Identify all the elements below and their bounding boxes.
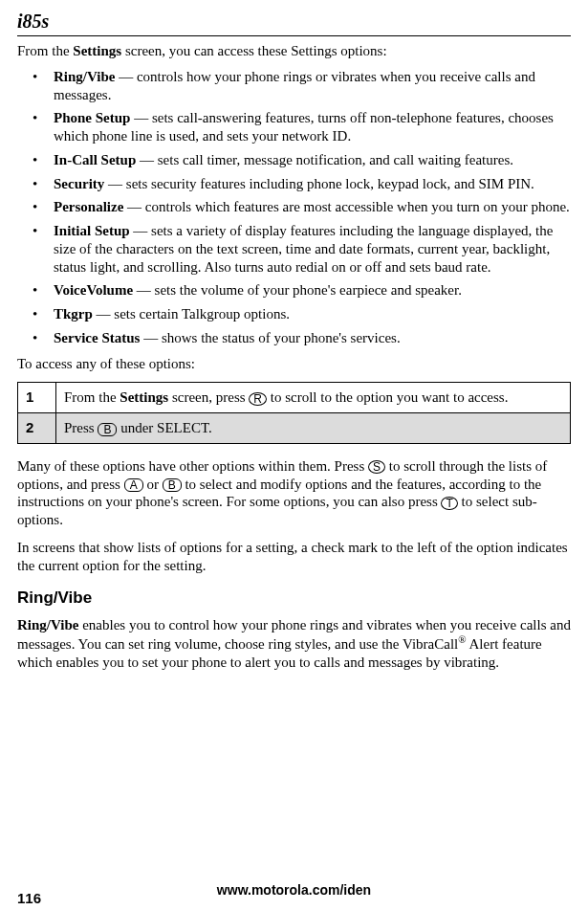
nav-key-icon: T <box>441 497 457 510</box>
option-term: Tkgrp <box>54 306 93 322</box>
option-term: Ring/Vibe <box>54 69 115 84</box>
access-line: To access any of these options: <box>17 355 571 373</box>
header-model: i85s <box>17 10 571 33</box>
step-number: 1 <box>18 383 56 413</box>
steps-table: 1 From the Settings screen, press R to s… <box>17 382 571 444</box>
header-rule <box>17 35 571 36</box>
option-desc: — sets certain Talkgroup options. <box>93 306 290 322</box>
option-desc: — shows the status of your phone's servi… <box>140 330 400 345</box>
after-para-2: In screens that show lists of options fo… <box>17 539 571 575</box>
option-term: Security <box>54 176 104 191</box>
option-desc: — sets the volume of your phone's earpie… <box>133 282 462 298</box>
option-term: VoiceVolume <box>54 282 133 298</box>
p1a: Many of these options have other options… <box>17 458 368 474</box>
p1c: or <box>143 477 163 492</box>
softkey-icon: A <box>124 478 143 492</box>
step2-suffix: under SELECT. <box>117 420 211 435</box>
intro-prefix: From the <box>17 43 73 58</box>
softkey-icon: B <box>163 478 182 492</box>
step2-prefix: Press <box>64 420 98 435</box>
bullet-icon: • <box>33 175 37 193</box>
option-term: Service Status <box>54 330 140 345</box>
intro-bold: Settings <box>73 43 121 58</box>
table-row: 1 From the Settings screen, press R to s… <box>18 383 571 413</box>
bullet-icon: • <box>33 68 37 86</box>
page-number: 116 <box>17 890 41 908</box>
footer-url: www.motorola.com/iden <box>0 882 588 899</box>
option-desc: — controls which features are most acces… <box>123 199 570 214</box>
section-paragraph: Ring/Vibe enables you to control how you… <box>17 616 571 672</box>
option-desc: — sets call timer, message notification,… <box>136 152 513 167</box>
list-item: •VoiceVolume — sets the volume of your p… <box>17 281 571 300</box>
after-para-1: Many of these options have other options… <box>17 457 571 529</box>
list-item: •Personalize — controls which features a… <box>17 198 571 216</box>
softkey-icon: B <box>98 423 117 436</box>
option-term: In-Call Setup <box>54 152 136 167</box>
step-number: 2 <box>18 413 56 444</box>
step1-suffix: to scroll to the option you want to acce… <box>267 389 508 405</box>
table-row: 2 Press B under SELECT. <box>18 413 571 444</box>
bullet-icon: • <box>33 151 37 169</box>
step-text: Press B under SELECT. <box>56 413 571 444</box>
intro-suffix: screen, you can access these Settings op… <box>121 43 386 58</box>
bullet-icon: • <box>33 222 37 240</box>
bullet-icon: • <box>33 281 37 300</box>
step1-mid: screen, press <box>168 389 249 405</box>
list-item: •Initial Setup — sets a variety of displ… <box>17 222 571 276</box>
bullet-icon: • <box>33 109 37 127</box>
intro-paragraph: From the Settings screen, you can access… <box>17 42 571 60</box>
options-list: •Ring/Vibe — controls how your phone rin… <box>17 68 571 347</box>
list-item: •Tkgrp — sets certain Talkgroup options. <box>17 305 571 323</box>
registered-mark-icon: ® <box>458 633 466 645</box>
bullet-icon: • <box>33 305 37 323</box>
step1-prefix: From the <box>64 389 120 405</box>
option-desc: — controls how your phone rings or vibra… <box>54 69 535 102</box>
option-term: Initial Setup <box>54 223 130 238</box>
option-term: Phone Setup <box>54 110 130 125</box>
nav-key-icon: S <box>368 460 385 474</box>
list-item: •Ring/Vibe — controls how your phone rin… <box>17 68 571 104</box>
option-desc: — sets security features including phone… <box>104 176 534 191</box>
bullet-icon: • <box>33 198 37 216</box>
list-item: •Service Status — shows the status of yo… <box>17 329 571 347</box>
list-item: •In-Call Setup — sets call timer, messag… <box>17 151 571 169</box>
nav-key-icon: R <box>249 392 267 406</box>
bullet-icon: • <box>33 329 37 347</box>
step1-bold: Settings <box>120 389 168 405</box>
option-term: Personalize <box>54 199 123 214</box>
list-item: •Security — sets security features inclu… <box>17 175 571 193</box>
list-item: •Phone Setup — sets call-answering featu… <box>17 109 571 145</box>
section-heading: Ring/Vibe <box>17 588 571 608</box>
section-para-bold: Ring/Vibe <box>17 617 78 633</box>
step-text: From the Settings screen, press R to scr… <box>56 383 571 413</box>
